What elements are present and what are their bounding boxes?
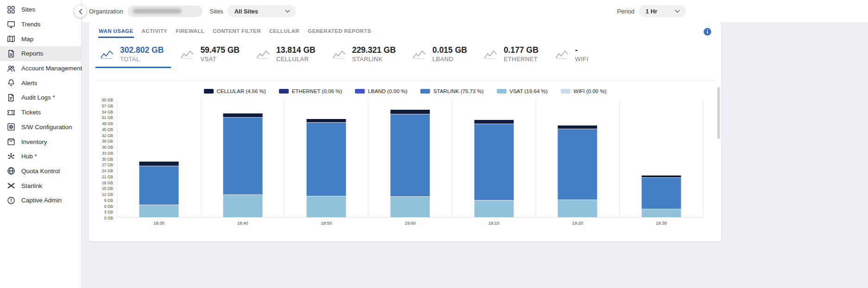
collapse-sidebar-button[interactable] bbox=[74, 5, 87, 18]
stat-label: ETHERNET bbox=[504, 56, 539, 63]
legend-swatch bbox=[420, 89, 430, 94]
stacked-bar-18-40[interactable] bbox=[223, 113, 262, 217]
legend-item-wifi[interactable]: WIFI (0.00 %) bbox=[561, 88, 607, 94]
sidebar-item-audit-logs[interactable]: Audit Logs * bbox=[0, 90, 81, 105]
tab-content-filter[interactable]: CONTENT FILTER bbox=[212, 25, 261, 38]
bar-segment-cellular[interactable] bbox=[474, 120, 513, 124]
sidebar-item-label: Account Management bbox=[21, 65, 82, 72]
stat-cellular[interactable]: 13.814 GB CELLULAR bbox=[252, 42, 323, 68]
bar-segment-cellular[interactable] bbox=[223, 113, 262, 118]
y-axis-tick: 21 GB bbox=[102, 175, 113, 179]
chevron-left-icon bbox=[79, 9, 82, 14]
sidebar-item-trends[interactable]: Trends bbox=[0, 17, 81, 32]
bar-segment-vsat[interactable] bbox=[474, 200, 513, 217]
y-axis-tick: 39 GB bbox=[102, 139, 113, 144]
tab-activity[interactable]: ACTIVITY bbox=[141, 25, 168, 38]
period-dropdown[interactable]: 1 Hr bbox=[639, 5, 686, 17]
stacked-bar-18-30[interactable] bbox=[139, 162, 178, 217]
organization-selector[interactable] bbox=[127, 6, 203, 17]
stat-value: 0.015 GB bbox=[432, 45, 467, 55]
stat-starlink[interactable]: 229.321 GB STARLINK bbox=[328, 42, 403, 68]
sites-dropdown[interactable]: All Sites bbox=[228, 5, 296, 17]
bar-segment-cellular[interactable] bbox=[307, 119, 346, 123]
tab-generated-reports[interactable]: GENERATED REPORTS bbox=[307, 25, 372, 38]
scrollbar-thumb[interactable] bbox=[717, 87, 720, 139]
tab-firewall[interactable]: FIREWALL bbox=[175, 25, 205, 38]
chart-legend: CELLULAR (4.56 %) ETHERNET (0.06 %) LBAN… bbox=[95, 88, 716, 94]
stacked-bar-18-50[interactable] bbox=[307, 119, 346, 217]
sidebar-item-alerts[interactable]: Alerts bbox=[0, 75, 81, 90]
bar-segment-starlink[interactable] bbox=[307, 123, 346, 196]
stat-vsat[interactable]: 59.475 GB VSAT bbox=[176, 42, 247, 68]
stat-text: 59.475 GB VSAT bbox=[200, 45, 240, 63]
sidebar-nav: Sites Trends Map Reports Account Managem… bbox=[0, 2, 81, 208]
stat-wifi[interactable]: - WIFI bbox=[551, 42, 596, 68]
usage-stats-row: 302.802 GB TOTAL 59.475 GB VSAT 13.814 G… bbox=[95, 42, 716, 68]
sparkline-icon bbox=[100, 49, 114, 60]
sidebar-item-tickets[interactable]: Tickets bbox=[0, 105, 81, 120]
bar-segment-starlink[interactable] bbox=[474, 124, 513, 201]
x-axis-tick: 18:40 bbox=[201, 220, 285, 225]
legend-item-cellular[interactable]: CELLULAR (4.56 %) bbox=[204, 88, 266, 94]
box-icon bbox=[7, 138, 15, 146]
bar-segment-starlink[interactable] bbox=[139, 166, 178, 205]
legend-item-starlink[interactable]: STARLINK (75.73 %) bbox=[420, 88, 483, 94]
bar-segment-vsat[interactable] bbox=[642, 209, 681, 217]
sidebar-item-label: Trends bbox=[21, 21, 41, 28]
legend-item-ethernet[interactable]: ETHERNET (0.06 %) bbox=[279, 88, 342, 94]
stat-text: 0.015 GB LBAND bbox=[432, 45, 467, 63]
legend-swatch bbox=[279, 89, 289, 94]
y-axis-tick: 3 GB bbox=[104, 210, 113, 214]
bar-segment-cellular[interactable] bbox=[391, 110, 430, 114]
bar-segment-vsat[interactable] bbox=[139, 205, 178, 217]
stacked-bar-19-10[interactable] bbox=[474, 120, 513, 217]
bar-segment-cellular[interactable] bbox=[139, 162, 178, 166]
tab-cellular[interactable]: CELLULAR bbox=[269, 25, 300, 38]
bell-icon bbox=[7, 79, 15, 87]
bar-segment-starlink[interactable] bbox=[223, 118, 262, 195]
stat-label: WIFI bbox=[575, 56, 589, 63]
sidebar-item-label: Sites bbox=[21, 6, 35, 13]
y-axis-tick: 51 GB bbox=[102, 115, 113, 120]
stat-text: 0.177 GB ETHERNET bbox=[504, 45, 539, 63]
y-axis-tick: 9 GB bbox=[104, 198, 113, 203]
stat-total[interactable]: 302.802 GB TOTAL bbox=[95, 42, 171, 68]
y-axis-tick: 48 GB bbox=[102, 121, 113, 126]
bar-segment-vsat[interactable] bbox=[307, 196, 346, 217]
sidebar-item-reports[interactable]: Reports bbox=[0, 46, 81, 61]
legend-label: WIFI (0.00 %) bbox=[574, 88, 607, 94]
tab-wan-usage[interactable]: WAN USAGE bbox=[98, 25, 134, 38]
organization-value-redacted bbox=[133, 9, 181, 13]
bar-segment-starlink[interactable] bbox=[642, 178, 681, 209]
sites-dropdown-value: All Sites bbox=[234, 8, 258, 15]
bar-segment-vsat[interactable] bbox=[391, 197, 430, 217]
bar-segment-vsat[interactable] bbox=[223, 195, 262, 217]
sidebar-item-map[interactable]: Map bbox=[0, 31, 81, 46]
stacked-bar-19-30[interactable] bbox=[642, 175, 681, 217]
bar-segment-cellular[interactable] bbox=[558, 125, 597, 129]
stacked-bar-19-20[interactable] bbox=[558, 125, 597, 217]
sidebar-item-s-w-configuration[interactable]: S/W Configuration bbox=[0, 120, 81, 135]
stat-ethernet[interactable]: 0.177 GB ETHERNET bbox=[479, 42, 546, 68]
sidebar-item-hub[interactable]: Hub * bbox=[0, 149, 81, 164]
sidebar-item-starlink[interactable]: Starlink bbox=[0, 178, 81, 193]
stat-lband[interactable]: 0.015 GB LBAND bbox=[408, 42, 475, 68]
sidebar-item-sites[interactable]: Sites bbox=[0, 2, 81, 17]
stat-value: 229.321 GB bbox=[352, 45, 396, 55]
sidebar-item-inventory[interactable]: Inventory bbox=[0, 134, 81, 149]
sidebar-item-quota-kontrol[interactable]: Quota Kontrol bbox=[0, 164, 81, 179]
info-button[interactable] bbox=[703, 27, 712, 36]
chart-y-axis: 60 GB57 GB54 GB51 GB48 GB45 GB42 GB39 GB… bbox=[95, 100, 115, 218]
bar-segment-starlink[interactable] bbox=[391, 114, 430, 197]
legend-item-vsat[interactable]: VSAT (19.64 %) bbox=[497, 88, 548, 94]
bar-segment-vsat[interactable] bbox=[558, 200, 597, 217]
sidebar-item-captive-admin[interactable]: Captive Admin bbox=[0, 193, 81, 208]
legend-item-lband[interactable]: LBAND (0.00 %) bbox=[355, 88, 407, 94]
sidebar-item-label: Starlink bbox=[21, 182, 42, 189]
stacked-bar-19-00[interactable] bbox=[391, 110, 430, 217]
sidebar-item-account-management[interactable]: Account Management bbox=[0, 61, 81, 76]
bar-segment-starlink[interactable] bbox=[558, 129, 597, 200]
y-axis-tick: 18 GB bbox=[102, 181, 113, 185]
hub-icon bbox=[7, 152, 15, 161]
legend-swatch bbox=[355, 89, 365, 94]
